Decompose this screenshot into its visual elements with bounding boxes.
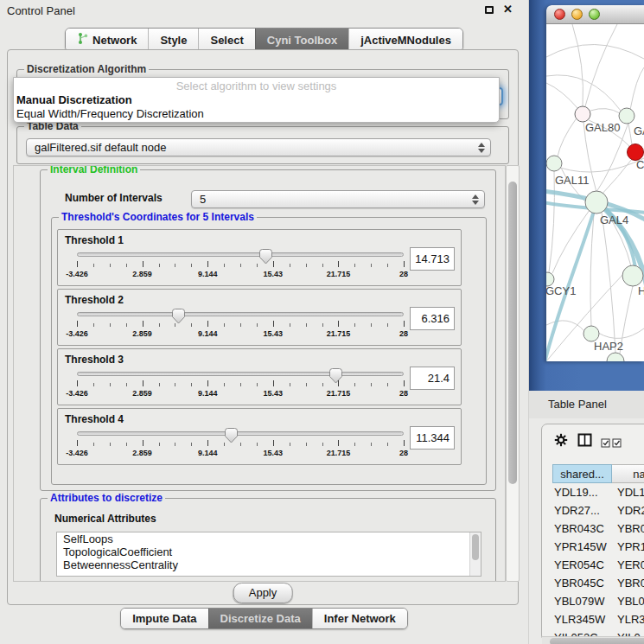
- attribute-list-item[interactable]: BetweennessCentrality: [57, 558, 481, 571]
- tab-style[interactable]: Style: [148, 29, 198, 51]
- table-data-value: galFiltered.sif default node: [35, 141, 166, 154]
- table-row[interactable]: YIL052CYIL0: [542, 628, 644, 636]
- checkbox-icon[interactable]: [601, 436, 610, 451]
- threshold-1-value-field[interactable]: 14.713: [410, 247, 455, 271]
- tick-mark: [387, 323, 388, 327]
- tick-mark: [371, 264, 372, 267]
- tick-mark: [371, 323, 372, 327]
- tick-mark: [290, 383, 290, 386]
- slider-track[interactable]: [77, 372, 404, 376]
- threshold-4-slider[interactable]: -3.4262.8599.14415.4321.71528: [77, 428, 404, 461]
- tick-mark: [240, 443, 241, 446]
- algorithm-dropdown-popup: Select algorithm to view settings Manual…: [13, 77, 500, 123]
- close-icon[interactable]: ✕: [503, 3, 513, 16]
- list-scrollbar[interactable]: [469, 532, 481, 576]
- threshold-2-slider[interactable]: -3.4262.8599.14415.4321.71528: [77, 309, 404, 341]
- tick-mark: [143, 380, 143, 386]
- close-traffic-light-icon[interactable]: [554, 9, 565, 20]
- minimize-traffic-light-icon[interactable]: [571, 9, 583, 20]
- gear-icon[interactable]: [554, 433, 568, 450]
- panel-title: Control Panel: [7, 4, 75, 17]
- tick-mark: [207, 380, 208, 386]
- threshold-3-box: Threshold 3 -3.4262.8599.14415.4321.7152…: [57, 348, 462, 405]
- tick-label: 15.43: [264, 389, 284, 398]
- node-gal11[interactable]: [546, 156, 562, 171]
- table-row[interactable]: YBR045CYBR0: [542, 574, 644, 592]
- settings-scrollbar[interactable]: [506, 165, 520, 582]
- tab-network[interactable]: Network: [66, 29, 148, 51]
- table-horizontal-scrollbar[interactable]: [542, 636, 644, 644]
- scrollbar-thumb[interactable]: [550, 638, 644, 644]
- dropdown-hint-item[interactable]: Select algorithm to view settings: [14, 80, 499, 93]
- dropdown-item-manual[interactable]: Manual Discretization: [14, 93, 499, 107]
- control-panel-titlebar: Control Panel ✕: [0, 0, 528, 21]
- table-data-combobox[interactable]: galFiltered.sif default node: [26, 138, 491, 156]
- table-panel-titlebar: Table Panel: [529, 391, 644, 418]
- tick-label: 9.144: [198, 449, 218, 457]
- checkbox-icon[interactable]: [612, 436, 622, 451]
- table-row[interactable]: YDL19...YDL1: [542, 483, 644, 501]
- threshold-3-slider[interactable]: -3.4262.8599.14415.4321.71528: [77, 368, 404, 401]
- node-bottom-cut[interactable]: [607, 353, 624, 361]
- apply-button[interactable]: Apply: [233, 583, 293, 603]
- slider-track[interactable]: [77, 252, 404, 257]
- threshold-2-value-field[interactable]: 6.316: [410, 307, 455, 330]
- node-label: GAL11: [555, 174, 590, 187]
- tick-label: 9.144: [198, 389, 218, 398]
- float-window-icon[interactable]: [485, 6, 494, 14]
- table-row[interactable]: YBL079WYBL0: [542, 592, 644, 610]
- zoom-traffic-light-icon[interactable]: [589, 9, 600, 20]
- node-gal80[interactable]: [575, 106, 590, 122]
- scrollbar-thumb[interactable]: [472, 534, 479, 560]
- slider-track[interactable]: [77, 431, 404, 436]
- tick-mark: [224, 264, 225, 267]
- threshold-1-slider[interactable]: -3.4262.8599.14415.4321.71528: [77, 249, 404, 282]
- tick-mark: [207, 440, 208, 446]
- tab-label: Impute Data: [132, 612, 196, 625]
- numerical-attributes-list[interactable]: SelfLoopsTopologicalCoefficientBetweenne…: [56, 532, 481, 577]
- tab-discretize-data[interactable]: Discretize Data: [208, 609, 312, 628]
- right-column: GAL80 GA C GAL11 GAL4 GCY1 H HAP2 Table …: [529, 0, 644, 644]
- tick-mark: [240, 383, 241, 386]
- column-header-name[interactable]: name: [612, 464, 644, 483]
- network-canvas[interactable]: GAL80 GA C GAL11 GAL4 GCY1 H HAP2: [546, 24, 644, 361]
- scrollbar-thumb[interactable]: [508, 182, 517, 484]
- tick-mark: [191, 264, 192, 267]
- table-row[interactable]: YBR043CYBR0: [542, 520, 644, 538]
- split-columns-icon[interactable]: [577, 433, 592, 450]
- tick-mark: [354, 264, 355, 267]
- tick-mark: [290, 443, 290, 446]
- tab-impute-data[interactable]: Impute Data: [121, 609, 207, 628]
- tab-infer-network[interactable]: Infer Network: [312, 609, 407, 628]
- column-header-shared[interactable]: shared...: [552, 464, 612, 483]
- node-partial-top-right[interactable]: [619, 108, 634, 124]
- tick-mark: [338, 321, 339, 327]
- table-cell: YPR1: [617, 540, 644, 553]
- tab-label: Cyni Toolbox: [267, 34, 337, 47]
- table-row[interactable]: YPR145WYPR1: [542, 538, 644, 556]
- threshold-3-label: Threshold 3: [65, 354, 124, 366]
- tab-jactivemnodules[interactable]: jActiveMNodules: [348, 29, 462, 51]
- tick-mark: [110, 323, 111, 327]
- tick-mark: [257, 443, 258, 446]
- node-right-mid[interactable]: [622, 265, 643, 286]
- tick-mark: [273, 261, 274, 267]
- slider-track[interactable]: [77, 312, 404, 316]
- attribute-list-item[interactable]: SelfLoops: [57, 532, 481, 545]
- threshold-2-box: Threshold 2 -3.4262.8599.14415.4321.7152…: [57, 289, 462, 346]
- threshold-4-value-field[interactable]: 11.344: [410, 426, 455, 450]
- attribute-list-item[interactable]: TopologicalCoefficient: [57, 545, 481, 558]
- number-of-intervals-combobox[interactable]: 5: [191, 190, 485, 208]
- table-row[interactable]: YER054CYER0: [542, 556, 644, 574]
- tick-label: -3.426: [66, 270, 88, 278]
- tick-label: 2.859: [132, 270, 152, 278]
- node-gal4[interactable]: [585, 191, 608, 214]
- tab-select[interactable]: Select: [198, 29, 254, 51]
- threshold-3-value-field[interactable]: 21.4: [410, 367, 455, 390]
- tab-cyni-toolbox[interactable]: Cyni Toolbox: [255, 29, 348, 51]
- table-row[interactable]: YLR345WYLR3: [542, 610, 644, 628]
- tick-mark: [191, 383, 192, 386]
- dropdown-item-equal-width[interactable]: Equal Width/Frequency Discretization: [14, 107, 499, 121]
- table-row[interactable]: YDR27...YDR2: [542, 501, 644, 520]
- settings-scrollpane: Interval Definition Number of Intervals …: [13, 165, 506, 582]
